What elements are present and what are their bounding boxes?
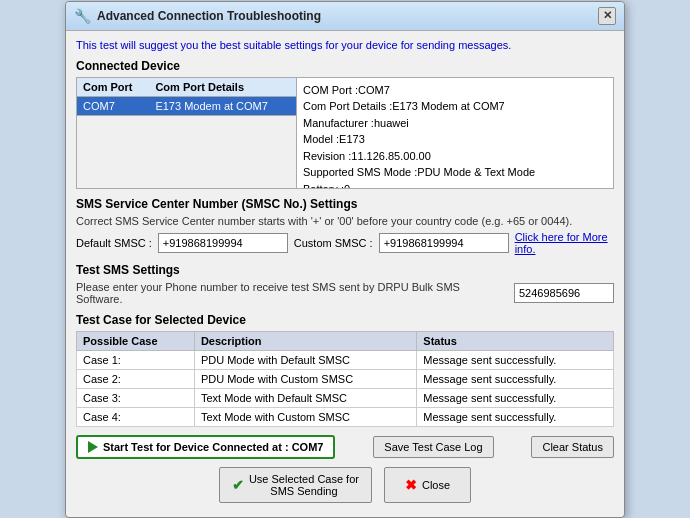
bottom-buttons-row: Start Test for Device Connected at : COM… <box>76 435 614 459</box>
close-label: Close <box>422 479 450 491</box>
detail-line-5: Revision :11.126.85.00.00 <box>303 148 607 165</box>
x-icon: ✖ <box>405 477 417 493</box>
phone-number-input[interactable] <box>514 283 614 303</box>
advanced-troubleshooting-dialog: 🔧 Advanced Connection Troubleshooting ✕ … <box>65 1 625 518</box>
custom-smsc-input[interactable] <box>379 233 509 253</box>
detail-line-4: Model :E173 <box>303 131 607 148</box>
default-smsc-input[interactable] <box>158 233 288 253</box>
detail-line-6: Supported SMS Mode :PDU Mode & Text Mode <box>303 164 607 181</box>
custom-smsc-label: Custom SMSC : <box>294 237 373 249</box>
dialog-icon: 🔧 <box>74 8 91 24</box>
case-2-desc: PDU Mode with Custom SMSC <box>194 369 416 388</box>
col-com-port-details: Com Port Details <box>149 78 296 97</box>
clear-status-button[interactable]: Clear Status <box>531 436 614 458</box>
row-com-port-details: E173 Modem at COM7 <box>149 96 296 115</box>
start-test-button[interactable]: Start Test for Device Connected at : COM… <box>76 435 335 459</box>
smsc-section: SMS Service Center Number (SMSC No.) Set… <box>76 197 614 255</box>
col-description: Description <box>194 331 416 350</box>
play-icon <box>88 441 98 453</box>
case-4-status: Message sent successfully. <box>417 407 614 426</box>
connected-device-inner: Com Port Com Port Details COM7 E173 Mode… <box>77 78 613 188</box>
case-4-desc: Text Mode with Custom SMSC <box>194 407 416 426</box>
case-4-label: Case 4: <box>77 407 195 426</box>
case-1-status: Message sent successfully. <box>417 350 614 369</box>
detail-line-7: Battery :0 <box>303 181 607 188</box>
use-selected-label: Use Selected Case forSMS Sending <box>249 473 359 497</box>
default-smsc-label: Default SMSC : <box>76 237 152 249</box>
info-text: This test will suggest you the best suit… <box>76 39 614 51</box>
table-row: Case 4: Text Mode with Custom SMSC Messa… <box>77 407 614 426</box>
table-row: Case 3: Text Mode with Default SMSC Mess… <box>77 388 614 407</box>
final-buttons-row: ✔ Use Selected Case forSMS Sending ✖ Clo… <box>76 467 614 509</box>
device-table: Com Port Com Port Details COM7 E173 Mode… <box>77 78 297 188</box>
use-selected-button[interactable]: ✔ Use Selected Case forSMS Sending <box>219 467 372 503</box>
case-1-desc: PDU Mode with Default SMSC <box>194 350 416 369</box>
test-case-section: Test Case for Selected Device Possible C… <box>76 313 614 427</box>
col-status: Status <box>417 331 614 350</box>
dialog-titlebar: 🔧 Advanced Connection Troubleshooting ✕ <box>66 2 624 31</box>
case-2-status: Message sent successfully. <box>417 369 614 388</box>
detail-line-2: Com Port Details :E173 Modem at COM7 <box>303 98 607 115</box>
dialog-title: Advanced Connection Troubleshooting <box>97 9 598 23</box>
smsc-description: Correct SMS Service Center number starts… <box>76 215 614 227</box>
sms-test-row: Please enter your Phone number to receiv… <box>76 281 614 305</box>
sms-test-section: Test SMS Settings Please enter your Phon… <box>76 263 614 305</box>
device-detail-box: COM Port :COM7 Com Port Details :E173 Mo… <box>297 78 613 188</box>
smsc-inputs-row: Default SMSC : Custom SMSC : Click here … <box>76 231 614 255</box>
case-1-label: Case 1: <box>77 350 195 369</box>
dialog-body: This test will suggest you the best suit… <box>66 31 624 517</box>
case-3-desc: Text Mode with Default SMSC <box>194 388 416 407</box>
connected-device-title: Connected Device <box>76 59 614 73</box>
dialog-close-button[interactable]: ✕ <box>598 7 616 25</box>
test-case-table: Possible Case Description Status Case 1:… <box>76 331 614 427</box>
col-possible-case: Possible Case <box>77 331 195 350</box>
detail-line-1: COM Port :COM7 <box>303 82 607 99</box>
more-info-link[interactable]: Click here for More info. <box>515 231 614 255</box>
start-test-label: Start Test for Device Connected at : COM… <box>103 441 323 453</box>
table-row: Case 2: PDU Mode with Custom SMSC Messag… <box>77 369 614 388</box>
detail-line-3: Manufacturer :huawei <box>303 115 607 132</box>
checkmark-icon: ✔ <box>232 477 244 493</box>
save-log-button[interactable]: Save Test Case Log <box>373 436 493 458</box>
smsc-section-title: SMS Service Center Number (SMSC No.) Set… <box>76 197 614 211</box>
table-row: Case 1: PDU Mode with Default SMSC Messa… <box>77 350 614 369</box>
sms-test-title: Test SMS Settings <box>76 263 614 277</box>
case-3-label: Case 3: <box>77 388 195 407</box>
close-button[interactable]: ✖ Close <box>384 467 471 503</box>
table-row[interactable]: COM7 E173 Modem at COM7 <box>77 96 296 115</box>
case-3-status: Message sent successfully. <box>417 388 614 407</box>
test-case-title: Test Case for Selected Device <box>76 313 614 327</box>
col-com-port: Com Port <box>77 78 149 97</box>
sms-test-description: Please enter your Phone number to receiv… <box>76 281 508 305</box>
row-com-port: COM7 <box>77 96 149 115</box>
device-list-table: Com Port Com Port Details COM7 E173 Mode… <box>77 78 296 115</box>
case-2-label: Case 2: <box>77 369 195 388</box>
hscrollbar[interactable] <box>77 115 296 129</box>
connected-device-section: Com Port Com Port Details COM7 E173 Mode… <box>76 77 614 189</box>
